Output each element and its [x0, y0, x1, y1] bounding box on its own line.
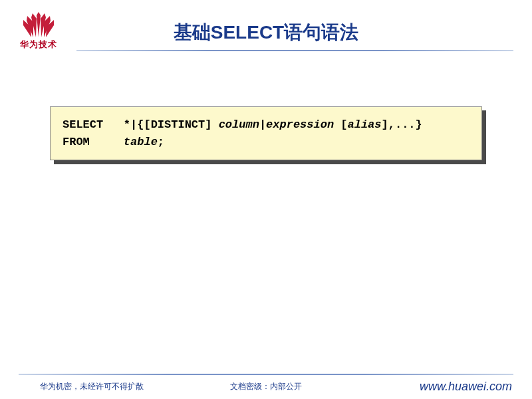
sql-keyword-select: SELECT — [63, 118, 103, 131]
footer: 华为机密，未经许可不得扩散 文档密级：内部公开 www.huawei.com — [0, 374, 532, 399]
footer-classification: 文档密级：内部公开 — [230, 381, 302, 392]
footer-url: www.huawei.com — [420, 380, 512, 394]
footer-confidential: 华为机密，未经许可不得扩散 — [40, 381, 144, 392]
footer-divider — [19, 374, 513, 375]
sql-placeholder-expression: expression — [266, 118, 334, 131]
sql-placeholder-alias: alias — [348, 118, 382, 131]
slide: 华为技术 基础SELECT语句语法 SELECT *|{[DISTINCT] c… — [0, 0, 532, 399]
code-block-wrapper: SELECT *|{[DISTINCT] column|expression [… — [50, 106, 482, 160]
sql-placeholder-column: column — [219, 118, 259, 131]
slide-title: 基础SELECT语句语法 — [0, 20, 532, 45]
sql-placeholder-table: table — [124, 136, 158, 148]
sql-keyword-from: FROM — [63, 136, 90, 148]
title-divider — [76, 50, 513, 51]
code-block: SELECT *|{[DISTINCT] column|expression [… — [50, 106, 482, 160]
